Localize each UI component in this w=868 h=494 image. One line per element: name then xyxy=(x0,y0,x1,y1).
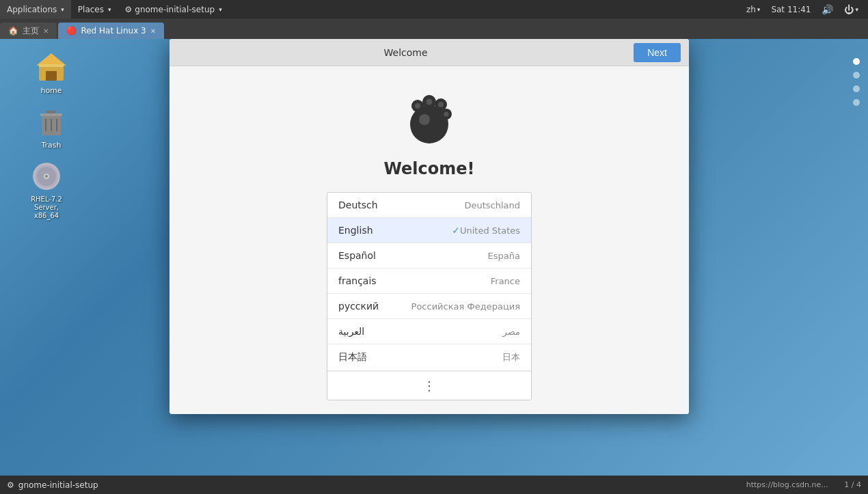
svg-rect-3 xyxy=(39,64,64,67)
trash-icon-label: Trash xyxy=(41,141,61,150)
volume-button[interactable]: 🔊 xyxy=(817,0,837,18)
applications-chevron: ▾ xyxy=(61,6,64,13)
clock[interactable]: Sat 11:41 xyxy=(767,0,815,18)
places-chevron: ▾ xyxy=(108,6,111,13)
tab-rhel-close[interactable]: ✕ xyxy=(150,27,156,35)
gnome-setup-icon: ⚙ xyxy=(125,5,133,14)
svg-point-20 xyxy=(419,114,430,125)
svg-point-23 xyxy=(438,102,444,107)
desktop-icon-trash[interactable]: Trash xyxy=(24,102,79,152)
desktop-icon-rhel[interactable]: RHEL-7.2 Server, x86_64 xyxy=(19,157,74,223)
lang-region-russian: Российская Федерация xyxy=(411,301,520,312)
home-icon-label: home xyxy=(40,86,62,95)
tab-home[interactable]: 🏠 主页 ✕ xyxy=(0,23,57,39)
lang-name-russian: русский xyxy=(338,301,411,312)
lang-name-francais: français xyxy=(338,275,491,286)
lang-item-russian[interactable]: русский Российская Федерация xyxy=(327,294,531,319)
language-list: Deutsch Deutschland English ✓ United Sta… xyxy=(327,192,532,400)
clock-label: Sat 11:41 xyxy=(771,5,811,14)
gnome-setup-label: gnome-initial-setup xyxy=(135,5,215,14)
tab-rhel-icon: 🔴 xyxy=(66,26,77,36)
dialog-title: Welcome xyxy=(178,47,634,58)
desktop: Applications ▾ Places ▾ ⚙ gnome-initial-… xyxy=(0,0,868,494)
wizard-progress-dots xyxy=(853,58,860,106)
places-menu[interactable]: Places ▾ xyxy=(71,0,118,18)
volume-icon: 🔊 xyxy=(822,4,833,15)
taskbar-url: https://blog.csdn.ne... xyxy=(746,480,828,489)
gnome-setup-menu[interactable]: ⚙ gnome-initial-setup ▾ xyxy=(118,0,229,18)
gnome-setup-chevron: ▾ xyxy=(219,6,222,13)
lang-more-icon: ⋮ xyxy=(423,379,435,393)
lang-name-english: English xyxy=(338,225,449,236)
lang-item-espanol[interactable]: Español España xyxy=(327,243,531,269)
svg-point-13 xyxy=(45,175,48,178)
svg-rect-6 xyxy=(46,111,56,113)
welcome-dialog: Welcome Next xyxy=(169,39,689,414)
tab-home-label: 主页 xyxy=(23,25,39,37)
lang-region-espanol: España xyxy=(488,251,520,261)
tab-home-close[interactable]: ✕ xyxy=(43,27,49,35)
top-bar-left: Applications ▾ Places ▾ ⚙ gnome-initial-… xyxy=(0,0,229,18)
lang-region-deutsch: Deutschland xyxy=(464,200,520,210)
bottom-taskbar: ⚙ gnome-initial-setup https://blog.csdn.… xyxy=(0,476,868,494)
desktop-icon-home[interactable]: home xyxy=(24,48,79,98)
top-panel: Applications ▾ Places ▾ ⚙ gnome-initial-… xyxy=(0,0,868,18)
progress-dot-2 xyxy=(853,72,860,79)
lang-item-japanese[interactable]: 日本語 日本 xyxy=(327,344,531,371)
svg-rect-2 xyxy=(46,71,57,81)
rhel-icon-label: RHEL-7.2 Server, x86_64 xyxy=(22,195,71,220)
home-folder-icon xyxy=(35,51,68,83)
lang-region-japanese: 日本 xyxy=(502,351,520,363)
applications-label: Applications xyxy=(7,5,57,14)
places-label: Places xyxy=(78,5,104,14)
applications-menu[interactable]: Applications ▾ xyxy=(0,0,71,18)
lang-more-button[interactable]: ⋮ xyxy=(327,371,531,400)
taskbar-right: https://blog.csdn.ne... 1 / 4 xyxy=(746,480,868,489)
lang-region-francais: France xyxy=(491,276,520,286)
tab-home-icon: 🏠 xyxy=(8,26,18,36)
lang-name-deutsch: Deutsch xyxy=(338,200,464,210)
lang-item-deutsch[interactable]: Deutsch Deutschland xyxy=(327,193,531,218)
dialog-titlebar: Welcome Next xyxy=(169,39,689,66)
lang-name-espanol: Español xyxy=(338,250,488,261)
lang-item-francais[interactable]: français France xyxy=(327,269,531,294)
trash-folder-icon xyxy=(35,105,68,138)
power-icon: ⏻ xyxy=(844,4,854,15)
tab-rhel[interactable]: 🔴 Red Hat Linux 3 ✕ xyxy=(58,23,164,39)
progress-dot-4 xyxy=(853,99,860,106)
taskbar-app-item[interactable]: ⚙ gnome-initial-setup xyxy=(0,476,105,494)
taskbar-app-icon: ⚙ xyxy=(7,480,14,490)
lang-region-english: United States xyxy=(460,225,520,236)
svg-point-24 xyxy=(444,112,449,117)
welcome-heading: Welcome! xyxy=(383,159,474,178)
taskbar-app-label: gnome-initial-setup xyxy=(18,480,98,490)
dialog-body: Welcome! Deutsch Deutschland English ✓ U… xyxy=(169,66,689,414)
welcome-dialog-wrapper: Welcome Next xyxy=(169,39,697,414)
tab-rhel-label: Red Hat Linux 3 xyxy=(81,26,146,36)
next-button[interactable]: Next xyxy=(634,43,681,62)
lang-check-english: ✓ xyxy=(452,225,460,236)
progress-dot-3 xyxy=(853,85,860,92)
power-button[interactable]: ⏻ ▾ xyxy=(840,0,863,18)
lang-name-japanese: 日本語 xyxy=(338,351,502,363)
lang-region-arabic: مصر xyxy=(503,327,520,337)
lang-item-arabic[interactable]: العربية مصر xyxy=(327,319,531,344)
svg-point-22 xyxy=(426,99,433,105)
progress-dot-1 xyxy=(853,58,860,65)
language-indicator[interactable]: zh ▾ xyxy=(742,0,764,18)
svg-marker-1 xyxy=(36,53,66,66)
browser-tabs-bar: 🏠 主页 ✕ 🔴 Red Hat Linux 3 ✕ xyxy=(0,18,868,39)
svg-point-21 xyxy=(415,103,420,109)
svg-rect-5 xyxy=(40,113,62,116)
taskbar-page: 1 / 4 xyxy=(844,480,861,489)
lang-name-arabic: العربية xyxy=(338,326,503,337)
cd-icon xyxy=(30,160,63,193)
top-bar-right: zh ▾ Sat 11:41 🔊 ⏻ ▾ xyxy=(742,0,868,18)
gnome-logo xyxy=(398,87,460,148)
lang-item-english[interactable]: English ✓ United States xyxy=(327,218,531,243)
